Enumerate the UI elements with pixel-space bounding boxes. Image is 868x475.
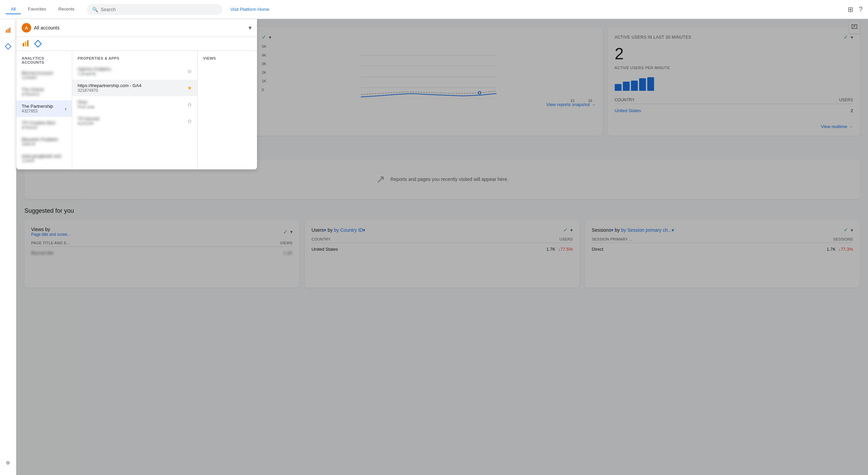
- account-name: TFI Creative Bird: [22, 120, 66, 125]
- property-item[interactable]: Agency Analytics 1 property ☆: [72, 63, 197, 80]
- properties-panel-header: Properties & Apps: [72, 54, 197, 63]
- account-id: 4327853: [22, 109, 53, 113]
- account-name: The Partnership: [22, 104, 53, 109]
- account-overlay: A All accounts ▾ Analytics Accounts Blur…: [16, 19, 257, 169]
- accounts-panel-header: Analytics Accounts: [16, 54, 72, 67]
- chevron-right-icon: ›: [65, 106, 66, 111]
- views-panel: Views: [198, 51, 257, 169]
- svg-rect-2: [9, 28, 10, 33]
- property-name: Agency Analytics: [78, 66, 111, 71]
- chevron-down-icon: ▾: [249, 24, 252, 32]
- help-icon[interactable]: ?: [859, 5, 863, 13]
- account-id: 345678: [22, 142, 66, 147]
- account-name: Blurred Account: [22, 70, 66, 76]
- overlay-body: Analytics Accounts Blurred Account 12345…: [16, 51, 257, 169]
- ga-bar-icon: [22, 40, 30, 48]
- property-id: 321874970: [78, 88, 141, 93]
- svg-marker-3: [5, 44, 11, 49]
- account-id: 1234/5: [22, 159, 66, 163]
- settings-icon[interactable]: ⚙: [2, 456, 14, 470]
- sidebar: ⚙: [0, 19, 16, 475]
- svg-rect-1: [7, 29, 8, 33]
- nav-tabs: All Favorites Recents: [5, 4, 80, 14]
- star-icon[interactable]: ☆: [187, 118, 192, 124]
- property-name: TFI blurred: [78, 116, 99, 121]
- sidebar-bottom: ⚙: [2, 456, 14, 475]
- svg-rect-0: [6, 30, 7, 33]
- all-accounts-bar[interactable]: A All accounts ▾: [16, 19, 257, 37]
- account-name: www.googleads and: [22, 153, 66, 159]
- visit-platform-link[interactable]: Visit Platform Home: [231, 7, 270, 12]
- property-id: 81/01/04: [78, 121, 99, 126]
- property-item[interactable]: https://thepartnership.com - GA4 3218749…: [72, 80, 197, 96]
- property-name: Pixel: [78, 100, 95, 105]
- account-name: Blaustein Podiatric: [22, 137, 66, 142]
- star-filled-icon[interactable]: ★: [187, 85, 192, 91]
- tab-favorites[interactable]: Favorites: [22, 4, 51, 14]
- all-accounts-avatar: A: [22, 23, 31, 33]
- selected-account-item[interactable]: The Partnership 4327853 ›: [16, 100, 72, 117]
- svg-rect-5: [25, 42, 26, 46]
- property-name: https://thepartnership.com - GA4: [78, 83, 141, 88]
- sidebar-diamond-icon[interactable]: [1, 39, 16, 55]
- svg-rect-4: [23, 43, 24, 46]
- search-input[interactable]: [101, 7, 217, 12]
- property-item[interactable]: Pixel Find note ☆: [72, 96, 197, 113]
- account-id: 1234567: [22, 76, 66, 80]
- star-icon[interactable]: ☆: [187, 101, 192, 108]
- top-bar-actions: ⊞ ?: [848, 5, 863, 14]
- star-icon[interactable]: ☆: [187, 68, 192, 75]
- account-item[interactable]: Blurred Account 1234567: [16, 67, 72, 84]
- top-bar: All Favorites Recents 🔍 Visit Platform H…: [0, 0, 868, 19]
- accounts-panel: Analytics Accounts Blurred Account 12345…: [16, 51, 72, 169]
- svg-marker-7: [35, 40, 41, 47]
- search-box[interactable]: 🔍: [87, 4, 222, 15]
- tab-recents[interactable]: Recents: [53, 4, 80, 14]
- account-id: 87654321: [22, 92, 66, 97]
- property-id: 1 property: [78, 71, 111, 76]
- grid-icon[interactable]: ⊞: [848, 5, 853, 14]
- tab-all[interactable]: All: [5, 4, 21, 14]
- search-icon: 🔍: [92, 7, 98, 12]
- account-item[interactable]: www.googleads and 1234/5: [16, 150, 72, 167]
- account-item[interactable]: Blaustein Podiatric 345678: [16, 133, 72, 150]
- properties-panel: Properties & Apps Agency Analytics 1 pro…: [72, 51, 198, 169]
- account-item[interactable]: The Oxford 87654321: [16, 84, 72, 100]
- account-item[interactable]: TFI Creative Bird 8765432: [16, 117, 72, 133]
- svg-rect-6: [27, 40, 28, 46]
- views-panel-header: Views: [198, 54, 257, 63]
- account-name: The Oxford: [22, 87, 66, 92]
- account-id: 8765432: [22, 125, 66, 130]
- sidebar-analytics-icon[interactable]: [1, 23, 16, 39]
- ga-diamond-icon: [34, 40, 42, 48]
- property-item[interactable]: TFI blurred 81/01/04 ☆: [72, 113, 197, 129]
- all-accounts-label: All accounts: [34, 25, 246, 30]
- property-id: Find note: [78, 105, 95, 109]
